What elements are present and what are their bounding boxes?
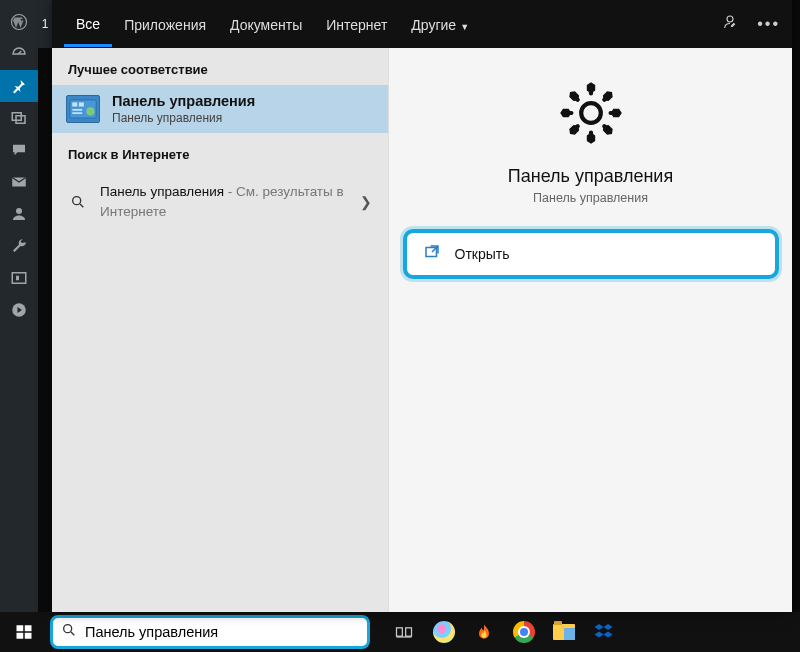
media-icon[interactable] <box>0 102 38 134</box>
svg-rect-19 <box>25 625 32 631</box>
svg-point-16 <box>581 103 601 123</box>
svg-rect-24 <box>406 628 412 636</box>
svg-rect-20 <box>17 633 24 639</box>
search-icon <box>61 622 77 642</box>
tab-other[interactable]: Другие▼ <box>399 3 481 45</box>
results-column: Лучшее соответствие Панель управления Па… <box>52 48 388 612</box>
mail-icon[interactable] <box>0 166 38 198</box>
chrome-app-icon[interactable] <box>506 612 542 652</box>
taskbar <box>0 612 800 652</box>
paint-app-icon[interactable] <box>426 612 462 652</box>
tab-documents[interactable]: Документы <box>218 3 314 45</box>
start-button[interactable] <box>0 612 48 652</box>
svg-point-12 <box>86 107 94 115</box>
search-icon <box>68 194 88 210</box>
dashboard-icon[interactable] <box>0 38 38 70</box>
slider-icon[interactable] <box>0 262 38 294</box>
flame-app-icon[interactable] <box>466 612 502 652</box>
chevron-down-icon: ▼ <box>460 22 469 32</box>
svg-rect-14 <box>72 112 82 114</box>
open-action-label: Открыть <box>455 246 510 262</box>
open-icon <box>423 243 441 265</box>
taskbar-pinned-apps <box>386 612 622 652</box>
svg-point-22 <box>64 625 72 633</box>
tab-all[interactable]: Все <box>64 2 112 47</box>
search-filter-tabs: Все Приложения Документы Интернет Другие… <box>52 0 792 48</box>
pin-icon[interactable] <box>0 70 38 102</box>
svg-rect-21 <box>25 633 32 639</box>
comments-icon[interactable] <box>0 134 38 166</box>
svg-rect-13 <box>72 109 82 111</box>
chevron-right-icon: ❯ <box>360 194 372 210</box>
tab-internet[interactable]: Интернет <box>314 3 399 45</box>
tab-apps[interactable]: Приложения <box>112 3 218 45</box>
svg-rect-10 <box>72 102 77 106</box>
more-options-icon[interactable]: ••• <box>757 15 780 33</box>
user-icon[interactable] <box>0 198 38 230</box>
start-search-popup: Все Приложения Документы Интернет Другие… <box>52 0 792 612</box>
web-search-result[interactable]: Панель управления - См. результаты в Инт… <box>52 170 388 235</box>
feedback-icon[interactable] <box>721 13 739 35</box>
detail-subtitle: Панель управления <box>533 191 648 205</box>
background-fragment: 1 <box>38 0 52 48</box>
play-icon[interactable] <box>0 294 38 326</box>
detail-title: Панель управления <box>508 166 673 187</box>
svg-rect-6 <box>16 276 19 281</box>
task-view-icon[interactable] <box>386 612 422 652</box>
control-panel-icon <box>66 95 100 123</box>
best-match-header: Лучшее соответствие <box>52 48 388 85</box>
taskbar-search-input[interactable] <box>85 624 359 640</box>
best-match-title: Панель управления <box>112 93 255 109</box>
detail-panel: Панель управления Панель управления Откр… <box>388 48 792 612</box>
svg-rect-18 <box>17 625 24 631</box>
tools-icon[interactable] <box>0 230 38 262</box>
best-match-subtitle: Панель управления <box>112 111 255 125</box>
web-result-query: Панель управления <box>100 184 224 199</box>
svg-rect-11 <box>79 102 84 106</box>
open-action[interactable]: Открыть <box>403 229 779 279</box>
tab-other-label: Другие <box>411 17 456 33</box>
web-search-header: Поиск в Интернете <box>52 133 388 170</box>
svg-point-15 <box>73 197 81 205</box>
best-match-result[interactable]: Панель управления Панель управления <box>52 85 388 133</box>
wp-logo-icon[interactable] <box>0 6 38 38</box>
svg-point-8 <box>727 16 733 22</box>
svg-rect-23 <box>397 628 403 636</box>
dropbox-app-icon[interactable] <box>586 612 622 652</box>
file-explorer-icon[interactable] <box>546 612 582 652</box>
taskbar-search-box[interactable] <box>50 615 370 649</box>
background-admin-sidebar <box>0 0 38 612</box>
svg-point-4 <box>16 208 22 214</box>
gear-icon <box>556 78 626 152</box>
